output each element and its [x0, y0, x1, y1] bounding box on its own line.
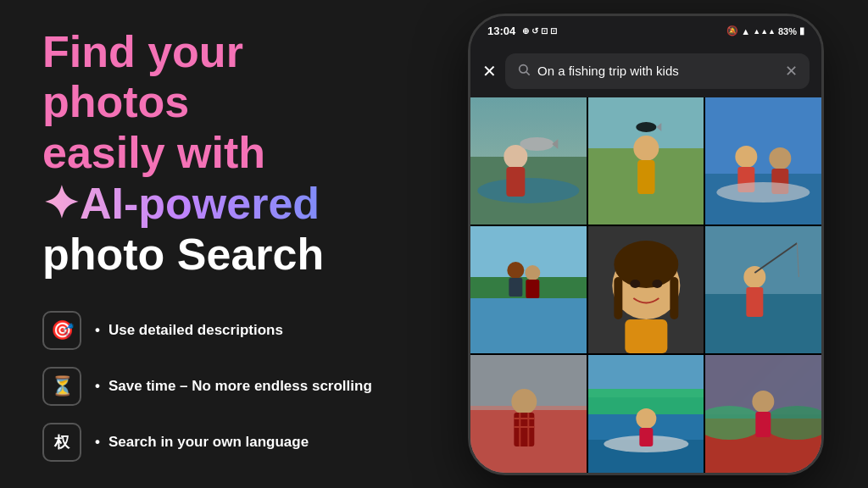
status-time: 13:04: [487, 25, 515, 37]
photo-cell-2[interactable]: [588, 97, 704, 225]
feature-text-2: Save time – No more endless scrolling: [108, 378, 372, 395]
phone-container: 13:04 ⊕ ↺ ⊡ ⊡ 🔕 ▲ ▲▲▲ 83% ▮ ✕: [424, 0, 868, 488]
search-icon: [517, 63, 531, 80]
phone-mockup: 13:04 ⊕ ↺ ⊡ ⊡ 🔕 ▲ ▲▲▲ 83% ▮ ✕: [468, 14, 824, 475]
clear-search-button[interactable]: ✕: [785, 62, 798, 80]
feature-text-1: Use detailed descriptions: [108, 322, 283, 339]
photo-cell-5[interactable]: [588, 226, 704, 353]
bullet-2: •: [95, 378, 100, 395]
notification-icon: 🔕: [726, 25, 738, 36]
photo-cell-4[interactable]: [470, 226, 587, 353]
wifi-icon: ▲: [741, 26, 750, 36]
status-bar: 13:04 ⊕ ↺ ⊡ ⊡ 🔕 ▲ ▲▲▲ 83% ▮: [470, 16, 821, 47]
status-bar-left: 13:04 ⊕ ↺ ⊡ ⊡: [487, 25, 557, 37]
feature-text-3: Search in your own language: [108, 434, 309, 451]
search-bar-area: ✕ On a fishing trip with kids ✕: [470, 47, 821, 97]
feature-item-3: 权 • Search in your own language: [42, 423, 390, 462]
headline: Find your photos easily with ✦AI-powered…: [42, 27, 390, 280]
photo-cell-6[interactable]: [705, 226, 821, 353]
feature-item-1: 🎯 • Use detailed descriptions: [42, 311, 390, 350]
search-input-box[interactable]: On a fishing trip with kids ✕: [505, 53, 810, 89]
feature-icon-hourglass: ⏳: [42, 367, 81, 406]
bullet-3: •: [95, 434, 100, 451]
photo-cell-1[interactable]: [470, 97, 587, 225]
photo-cell-3[interactable]: [705, 97, 821, 225]
headline-line2: easily with: [42, 128, 265, 177]
left-panel: Find your photos easily with ✦AI-powered…: [0, 0, 424, 488]
photo-grid: [470, 97, 821, 475]
signal-icon: ▲▲▲: [753, 27, 776, 36]
feature-item-2: ⏳ • Save time – No more endless scrollin…: [42, 367, 390, 406]
status-bar-right: 🔕 ▲ ▲▲▲ 83% ▮: [726, 25, 804, 36]
battery-icon: ▮: [799, 25, 804, 36]
status-icons: ⊕ ↺ ⊡ ⊡: [522, 26, 556, 36]
photo-cell-8[interactable]: [588, 355, 704, 475]
headline-line3: ✦AI-powered: [42, 179, 320, 228]
photo-cell-7[interactable]: [470, 355, 587, 475]
bullet-1: •: [95, 322, 100, 339]
features-list: 🎯 • Use detailed descriptions ⏳ • Save t…: [42, 311, 390, 462]
svg-line-1: [526, 72, 530, 75]
feature-icon-target: 🎯: [42, 311, 81, 350]
photo-cell-9[interactable]: [705, 355, 821, 475]
headline-line4: photo Search: [42, 230, 324, 279]
search-query-text: On a fishing trip with kids: [537, 64, 778, 78]
headline-line1: Find your photos: [42, 27, 243, 127]
feature-icon-language: 权: [42, 423, 81, 462]
battery-pct: 83%: [778, 26, 797, 36]
svg-point-0: [520, 64, 527, 72]
back-button[interactable]: ✕: [482, 61, 497, 81]
